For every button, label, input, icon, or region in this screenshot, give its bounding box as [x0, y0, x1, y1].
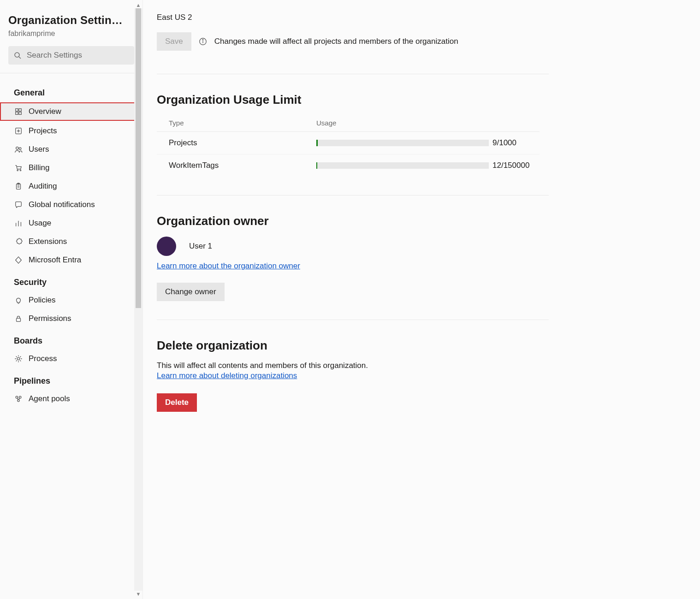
usage-type: WorkItemTags — [169, 161, 316, 170]
sidebar-group-label: Security — [0, 269, 142, 291]
usage-count: 12/150000 — [489, 161, 540, 170]
diamond-icon — [14, 256, 23, 264]
grid-icon — [14, 107, 23, 116]
sidebar-item-global-notifications[interactable]: Global notifications — [0, 196, 142, 214]
svg-rect-21 — [17, 318, 21, 321]
sidebar-item-label: Auditing — [29, 182, 57, 191]
sidebar-item-label: Global notifications — [29, 200, 95, 209]
sidebar: ▲ ▼ Organization Settin… fabrikamprime G… — [0, 0, 143, 599]
usage-table: Type Usage Projects9/1000WorkItemTags12/… — [157, 115, 540, 177]
svg-point-12 — [20, 170, 21, 171]
search-icon — [14, 52, 21, 59]
svg-rect-4 — [16, 112, 18, 114]
divider — [157, 74, 549, 74]
sidebar-item-users[interactable]: Users — [0, 140, 142, 159]
sidebar-item-label: Billing — [29, 163, 49, 172]
sidebar-item-permissions[interactable]: Permissions — [0, 309, 142, 328]
search-settings-field[interactable] — [8, 46, 134, 65]
owner-avatar — [157, 237, 176, 256]
sidebar-item-auditing[interactable]: Auditing — [0, 177, 142, 196]
info-icon — [199, 37, 207, 46]
puzzle-icon — [14, 237, 23, 246]
usage-bar — [316, 162, 489, 169]
svg-point-0 — [15, 53, 19, 57]
chat-icon — [14, 201, 23, 209]
users-icon — [14, 145, 23, 154]
sidebar-item-label: Microsoft Entra — [29, 255, 81, 265]
scrollbar-track[interactable] — [134, 8, 142, 591]
cart-icon — [14, 164, 23, 172]
sidebar-item-microsoft-entra[interactable]: Microsoft Entra — [0, 251, 142, 269]
sidebar-item-label: Overview — [29, 107, 61, 116]
svg-rect-3 — [19, 109, 21, 111]
delete-description: This will affect all contents and member… — [157, 361, 700, 370]
usage-row: WorkItemTags12/150000 — [157, 154, 540, 177]
svg-rect-5 — [19, 112, 21, 114]
svg-point-25 — [18, 399, 20, 402]
usage-col-usage: Usage — [316, 119, 489, 127]
lock-icon — [14, 314, 23, 323]
sidebar-group-label: General — [0, 80, 142, 101]
region-text: East US 2 — [157, 13, 700, 22]
sidebar-item-policies[interactable]: Policies — [0, 291, 142, 309]
sidebar-item-agent-pools[interactable]: Agent pools — [0, 390, 142, 408]
divider — [0, 73, 142, 73]
main-content: East US 2 Save Changes made will affect … — [143, 0, 700, 599]
usage-heading: Organization Usage Limit — [157, 93, 700, 107]
divider — [157, 320, 549, 320]
divider — [157, 195, 549, 196]
sidebar-item-usage[interactable]: Usage — [0, 214, 142, 232]
sidebar-item-label: Usage — [29, 219, 51, 228]
svg-line-26 — [18, 398, 18, 400]
delete-heading: Delete organization — [157, 338, 700, 353]
svg-point-30 — [202, 40, 203, 40]
owner-learn-more-link[interactable]: Learn more about the organization owner — [157, 261, 300, 270]
sidebar-subtitle: fabrikamprime — [8, 30, 134, 38]
svg-point-11 — [17, 170, 18, 171]
usage-row: Projects9/1000 — [157, 132, 540, 154]
sidebar-item-label: Policies — [29, 296, 56, 305]
usage-bar — [316, 140, 489, 146]
gear-icon — [14, 355, 23, 363]
scrollbar-thumb[interactable] — [136, 8, 141, 308]
owner-heading: Organization owner — [157, 214, 700, 228]
svg-point-10 — [19, 148, 21, 150]
delete-button[interactable]: Delete — [157, 393, 197, 412]
plus-box-icon — [14, 127, 23, 135]
sidebar-group-label: Boards — [0, 328, 142, 350]
sidebar-item-overview[interactable]: Overview — [0, 102, 142, 121]
usage-col-type: Type — [169, 119, 316, 127]
bar-chart-icon — [14, 219, 23, 227]
search-input[interactable] — [26, 50, 129, 60]
usage-type: Projects — [169, 138, 316, 148]
sidebar-item-process[interactable]: Process — [0, 350, 142, 368]
scroll-down-arrow-icon[interactable]: ▼ — [134, 590, 142, 598]
change-owner-button[interactable]: Change owner — [157, 283, 225, 301]
sidebar-item-projects[interactable]: Projects — [0, 122, 142, 140]
usage-count: 9/1000 — [489, 138, 540, 148]
sidebar-item-label: Extensions — [29, 237, 67, 246]
svg-rect-2 — [16, 109, 18, 111]
delete-learn-more-link[interactable]: Learn more about deleting organizations — [157, 371, 297, 380]
sidebar-item-extensions[interactable]: Extensions — [0, 232, 142, 251]
sidebar-item-label: Projects — [29, 126, 57, 136]
sidebar-item-label: Agent pools — [29, 394, 70, 403]
sidebar-item-label: Permissions — [29, 314, 71, 323]
svg-point-22 — [17, 357, 19, 360]
save-note: Changes made will affect all projects an… — [214, 37, 458, 46]
clipboard-icon — [14, 182, 23, 190]
sidebar-item-billing[interactable]: Billing — [0, 159, 142, 177]
sidebar-title: Organization Settin… — [8, 14, 134, 27]
sidebar-item-label: Process — [29, 354, 57, 363]
save-button[interactable]: Save — [157, 32, 191, 51]
bulb-icon — [14, 296, 23, 304]
owner-name: User 1 — [189, 242, 212, 251]
sidebar-item-label: Users — [29, 145, 49, 154]
agents-icon — [14, 395, 23, 403]
sidebar-group-label: Pipelines — [0, 368, 142, 390]
svg-line-1 — [19, 57, 21, 59]
svg-point-9 — [16, 147, 18, 149]
svg-line-27 — [19, 398, 19, 400]
